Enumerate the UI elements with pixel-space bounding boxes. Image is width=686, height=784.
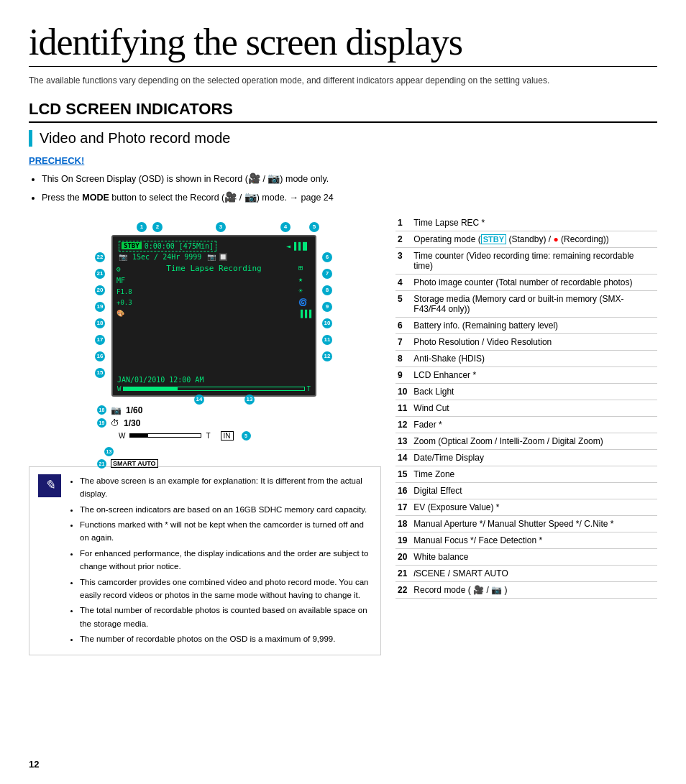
indicator-text: EV (Exposure Value) * xyxy=(411,499,657,515)
precheck-list: This On Screen Display (OSD) is shown in… xyxy=(42,170,657,206)
indicator-text: Battery info. (Remaining battery level) xyxy=(411,317,657,333)
indicator-text: Fader * xyxy=(411,416,657,433)
indicator-text: LCD Enhancer * xyxy=(411,366,657,383)
below-zoom-row-2: 13 xyxy=(104,445,251,456)
table-row: 10Back Light xyxy=(395,383,657,400)
indicator-text: Time Zone xyxy=(411,466,657,482)
badge-12: 12 xyxy=(322,351,332,361)
table-row: 1Time Lapse REC * xyxy=(395,215,657,231)
table-row: 3Time counter (Video recording time: rem… xyxy=(395,247,657,274)
indicator-num: 3 xyxy=(395,247,411,274)
table-row: 6Battery info. (Remaining battery level) xyxy=(395,317,657,333)
indicator-num: 2 xyxy=(395,231,411,247)
badge-3: 3 xyxy=(216,222,226,232)
page-number: 12 xyxy=(29,759,39,770)
below-zoom-row: W T IN 5 xyxy=(119,431,251,441)
icon-mf: MF xyxy=(116,277,132,285)
sc-right-icons: ⊞ ★ ☀ 🌀 ▐▐▐ xyxy=(298,264,311,318)
sc-timelapse: Time Lapse Recording xyxy=(119,264,309,273)
badge-13: 13 xyxy=(244,395,255,405)
badge-13b: 13 xyxy=(104,447,114,456)
indicator-text: iSCENE / SMART AUTO xyxy=(411,565,657,581)
zoom-t2: T xyxy=(206,432,210,440)
indicator-num: 7 xyxy=(395,333,411,350)
precheck-item-2: Press the MODE button to select the Reco… xyxy=(42,189,657,206)
indicator-text: Photo Resolution / Video Resolution xyxy=(411,333,657,350)
indicator-num: 22 xyxy=(395,581,411,598)
badge-4: 4 xyxy=(280,222,291,232)
indicator-text: Operating mode (STBY (Standby) / ● (Reco… xyxy=(411,231,657,247)
indicator-text: Wind Cut xyxy=(411,400,657,416)
sc-row-2: 📷 1Sec / 24Hr 9999 📷 🔲 xyxy=(119,253,309,261)
table-row: 5Storage media (Memory card or built-in … xyxy=(395,290,657,317)
note-2: The on-screen indicators are based on an… xyxy=(80,503,372,516)
icon-antishake: ⊞ xyxy=(298,264,311,272)
note-4: For enhanced performance, the display in… xyxy=(80,547,372,573)
icon-backlight: ☀ xyxy=(298,287,311,295)
indicator-text: Storage media (Memory card or built-in m… xyxy=(411,290,657,317)
below-screen-section: 18 📷 1/60 19 ⏱ 1/30 W T IN 5 xyxy=(97,405,251,471)
badge-16: 16 xyxy=(95,351,105,361)
sc-bottom: JAN/01/2010 12:00 AM W T xyxy=(117,376,311,392)
table-row: 19Manual Focus */ Face Detection * xyxy=(395,532,657,548)
below-row-18: 18 📷 1/60 xyxy=(97,405,251,415)
indicator-num: 10 xyxy=(395,383,411,400)
indicator-num: 4 xyxy=(395,274,411,290)
table-row: 13Zoom (Optical Zoom / Intelli-Zoom / Di… xyxy=(395,433,657,449)
note-list: The above screen is an example for expla… xyxy=(80,474,372,648)
indicator-num: 19 xyxy=(395,532,411,548)
badge-2: 2 xyxy=(152,222,163,232)
indicator-num: 13 xyxy=(395,433,411,449)
icon-lcd-enh: ★ xyxy=(298,275,311,283)
shutter-val2: 1/30 xyxy=(124,418,140,428)
table-row: 21iSCENE / SMART AUTO xyxy=(395,565,657,581)
badge-6: 6 xyxy=(322,252,332,262)
indicator-num: 6 xyxy=(395,317,411,333)
indicator-num: 18 xyxy=(395,515,411,532)
indicator-text: Zoom (Optical Zoom / Intelli-Zoom / Digi… xyxy=(411,433,657,449)
badge-5b: 5 xyxy=(242,431,251,441)
indicator-num: 15 xyxy=(395,466,411,482)
icon-ev: +0.3 xyxy=(116,299,132,306)
note-5: This camcorder provides one combined vid… xyxy=(80,576,372,602)
indicator-num: 5 xyxy=(395,290,411,317)
table-row: 14Date/Time Display xyxy=(395,449,657,466)
sc-time: 0:00:00 [475Min] xyxy=(145,242,214,250)
sc-bar-fill xyxy=(124,387,178,390)
indicator-num: 20 xyxy=(395,548,411,565)
indicator-num: 12 xyxy=(395,416,411,433)
smart-auto: SMART AUTO xyxy=(111,459,158,468)
sc-zoombar: W T xyxy=(117,385,311,392)
indicator-text: Back Light xyxy=(411,383,657,400)
badge-20: 20 xyxy=(95,285,105,295)
table-row: 7Photo Resolution / Video Resolution xyxy=(395,333,657,350)
table-row: 12Fader * xyxy=(395,416,657,433)
sc-bar xyxy=(123,387,304,391)
sc-row-1: STBY 0:00:00 [475Min] ◄ ▐▐▐▌ xyxy=(119,241,309,252)
below-row-19: 19 ⏱ 1/30 xyxy=(97,418,251,428)
icon-shutter: 📷 xyxy=(111,405,122,415)
below-row-21: 21 SMART AUTO xyxy=(97,459,251,469)
indicator-num: 21 xyxy=(395,565,411,581)
indicator-num: 8 xyxy=(395,350,411,366)
icon-f18: F1.8 xyxy=(116,288,132,295)
indicators-table: 1Time Lapse REC *2Operating mode (STBY (… xyxy=(395,215,657,599)
indicator-num: 17 xyxy=(395,499,411,515)
indicator-text: Digital Effect xyxy=(411,482,657,499)
table-row: 4Photo image counter (Total number of re… xyxy=(395,274,657,290)
note-box: ✎ The above screen is an example for exp… xyxy=(29,466,381,656)
page-title: identifying the screen displays xyxy=(29,22,657,67)
indicator-num: 11 xyxy=(395,400,411,416)
note-6: The total number of recordable photos is… xyxy=(80,604,372,630)
badge-18b: 18 xyxy=(97,405,106,415)
indicator-text: Manual Aperture */ Manual Shutter Speed … xyxy=(411,515,657,532)
icon-windcut: 🌀 xyxy=(298,298,311,306)
left-column: 1 2 3 4 5 22 21 20 19 18 17 16 15 6 7 8 … xyxy=(29,215,381,656)
badge-14: 14 xyxy=(194,395,204,405)
indicator-text: Time counter (Video recording time: rema… xyxy=(411,247,657,274)
table-row: 22Record mode ( 🎥 / 📷 ) xyxy=(395,581,657,598)
zoom-w: W xyxy=(117,385,121,392)
precheck-label: PRECHECK! xyxy=(29,155,657,166)
note-7: The number of recordable photos on the O… xyxy=(80,632,372,645)
badge-9: 9 xyxy=(322,302,332,312)
